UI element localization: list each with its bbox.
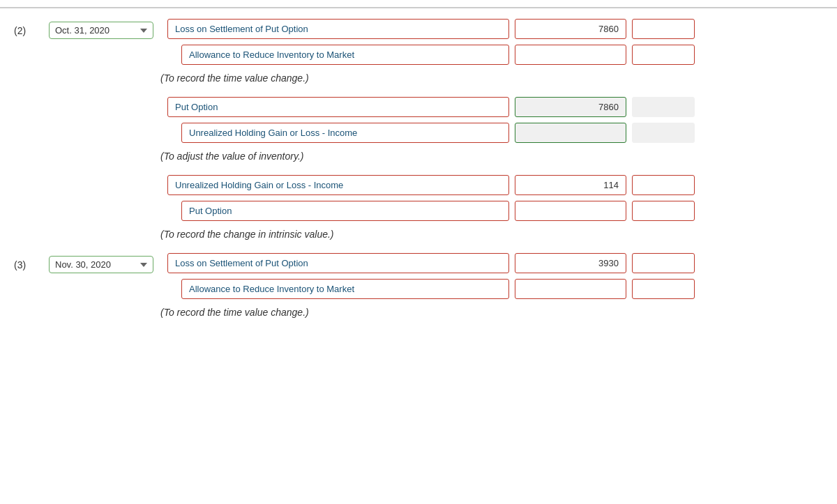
credit-input-0-0-1[interactable] (632, 45, 695, 65)
right-col-1-0 (167, 253, 830, 299)
credit-input-1-0-0[interactable] (632, 253, 695, 273)
main-entry-row-0-1 (0, 93, 837, 146)
date-select-0[interactable]: Oct. 31, 2020Nov. 30, 2020Dec. 31, 2020 (49, 22, 153, 39)
field-row-0-1-1 (167, 123, 830, 143)
credit-input-0-2-0[interactable] (632, 175, 695, 195)
date-select-wrapper-0: Oct. 31, 2020Nov. 30, 2020Dec. 31, 2020 (49, 22, 153, 39)
main-entry-row-0-2 (0, 171, 837, 224)
account-input-0-0-1[interactable] (181, 45, 509, 65)
journal-section: (2)Oct. 31, 2020Nov. 30, 2020Dec. 31, 20… (0, 12, 837, 324)
main-entry-row-0-0: (2)Oct. 31, 2020Nov. 30, 2020Dec. 31, 20… (0, 15, 837, 68)
field-row-0-2-1 (167, 201, 830, 221)
credit-input-0-1-0[interactable] (632, 97, 695, 117)
field-row-0-0-0 (167, 19, 830, 39)
debit-input-0-0-0[interactable] (515, 19, 626, 39)
entry-block-1-0: (3)Oct. 31, 2020Nov. 30, 2020Dec. 31, 20… (0, 246, 837, 324)
credit-input-0-1-1[interactable] (632, 123, 695, 143)
account-input-1-0-0[interactable] (167, 253, 509, 273)
account-input-0-2-1[interactable] (181, 201, 509, 221)
debit-input-1-0-1[interactable] (515, 279, 626, 299)
field-row-0-2-0 (167, 175, 830, 195)
debit-input-0-2-1[interactable] (515, 201, 626, 221)
account-input-0-1-1[interactable] (181, 123, 509, 143)
debit-input-0-1-1[interactable] (515, 123, 626, 143)
right-col-0-0 (167, 19, 830, 65)
left-col-1-0: (3)Oct. 31, 2020Nov. 30, 2020Dec. 31, 20… (7, 253, 167, 273)
page-container: (2)Oct. 31, 2020Nov. 30, 2020Dec. 31, 20… (0, 0, 837, 504)
account-input-1-0-1[interactable] (181, 279, 509, 299)
note-text-1-0: (To record the time value change.) (160, 303, 837, 321)
date-select-1[interactable]: Oct. 31, 2020Nov. 30, 2020Dec. 31, 2020 (49, 256, 153, 273)
credit-input-1-0-1[interactable] (632, 279, 695, 299)
debit-input-0-1-0[interactable] (515, 97, 626, 117)
entry-block-0-0: (2)Oct. 31, 2020Nov. 30, 2020Dec. 31, 20… (0, 12, 837, 90)
credit-input-0-0-0[interactable] (632, 19, 695, 39)
field-row-0-1-0 (167, 97, 830, 117)
left-col-0-1 (7, 97, 167, 100)
debit-input-0-0-1[interactable] (515, 45, 626, 65)
field-row-0-0-1 (167, 45, 830, 65)
left-col-0-2 (7, 175, 167, 178)
field-row-1-0-1 (167, 279, 830, 299)
note-text-0-1: (To adjust the value of inventory.) (160, 146, 837, 165)
credit-input-0-2-1[interactable] (632, 201, 695, 221)
entry-label-1: (3) (7, 259, 49, 270)
top-divider (0, 7, 837, 8)
date-select-wrapper-1: Oct. 31, 2020Nov. 30, 2020Dec. 31, 2020 (49, 256, 153, 273)
debit-input-1-0-0[interactable] (515, 253, 626, 273)
debit-input-0-2-0[interactable] (515, 175, 626, 195)
account-input-0-1-0[interactable] (167, 97, 509, 117)
account-input-0-2-0[interactable] (167, 175, 509, 195)
entry-block-0-2: (To record the change in intrinsic value… (0, 168, 837, 246)
field-row-1-0-0 (167, 253, 830, 273)
account-input-0-0-0[interactable] (167, 19, 509, 39)
note-text-0-2: (To record the change in intrinsic value… (160, 224, 837, 243)
right-col-0-2 (167, 175, 830, 221)
entry-block-0-1: (To adjust the value of inventory.) (0, 90, 837, 168)
note-text-0-0: (To record the time value change.) (160, 68, 837, 86)
entry-label-0: (2) (7, 25, 49, 36)
main-entry-row-1-0: (3)Oct. 31, 2020Nov. 30, 2020Dec. 31, 20… (0, 250, 837, 303)
left-col-0-0: (2)Oct. 31, 2020Nov. 30, 2020Dec. 31, 20… (7, 19, 167, 39)
right-col-0-1 (167, 97, 830, 143)
